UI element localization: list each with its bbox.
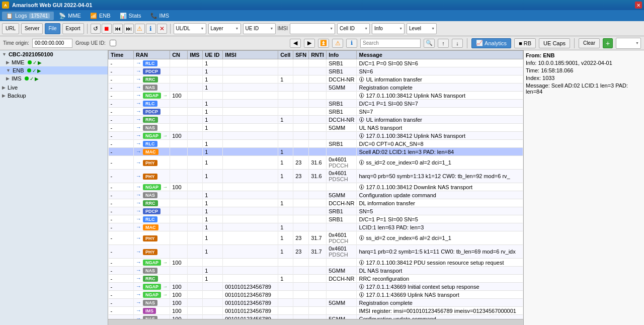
info-btn[interactable]: ℹ bbox=[146, 24, 156, 34]
info-text: 5GMM bbox=[329, 300, 345, 306]
cell-ueid bbox=[203, 299, 223, 307]
ue-caps-button[interactable]: UE Caps bbox=[539, 38, 570, 48]
sidebar-item-enb[interactable]: ▼ ENB ✓ ▶ bbox=[0, 66, 108, 74]
export-button[interactable]: Export bbox=[62, 23, 84, 34]
col-sfn: SFN bbox=[293, 51, 309, 59]
table-row[interactable]: - → RLC 1 SRB1 D/C=0 CPT=0 ACK_SN=8 bbox=[109, 140, 523, 148]
table-row[interactable]: - → NAS 100 001010123456789 5GMM Configu… bbox=[109, 315, 523, 319]
table-row[interactable]: - → RLC 1 SRB1 D/C=1 P=0 SI=00 SN=6 bbox=[109, 59, 523, 67]
sidebar-root[interactable]: ▼ CBC-2021050100 bbox=[0, 50, 108, 58]
ran-arrow-icon: → bbox=[136, 249, 141, 255]
level-select[interactable]: Level bbox=[407, 23, 437, 34]
sidebar-item-live[interactable]: ▶ Live bbox=[0, 84, 108, 92]
table-row[interactable]: - → NAS 1 5GMM UL NAS transport bbox=[109, 124, 523, 132]
next-icon-btn[interactable]: ⏭ bbox=[124, 24, 134, 34]
refresh-icon-btn[interactable]: ↺ bbox=[91, 24, 101, 34]
col-ran: RAN bbox=[134, 51, 170, 59]
cell-ran: → NGAP → bbox=[134, 291, 170, 299]
cell-ran: → RLC bbox=[134, 59, 170, 67]
cell-info bbox=[327, 132, 357, 140]
cellid-select[interactable]: Cell ID bbox=[337, 23, 370, 34]
ran-arrow-icon: → bbox=[136, 235, 141, 241]
nav-up-btn[interactable]: ↑ bbox=[438, 39, 449, 48]
search-input[interactable] bbox=[360, 39, 421, 48]
table-row[interactable]: - → NAS 1 5GMM Registration complete bbox=[109, 84, 523, 92]
horizontal-scrollbar[interactable] bbox=[108, 319, 523, 325]
table-row[interactable]: - → NAS 100 001010123456789 5GMM Registr… bbox=[109, 299, 523, 307]
log-table-container[interactable]: Time RAN CN IMS UE ID IMSI Cell SFN RNTI… bbox=[108, 50, 523, 319]
cell-cn: 100 bbox=[170, 283, 188, 291]
url-button[interactable]: URL bbox=[2, 23, 19, 34]
time-origin-input[interactable] bbox=[32, 39, 72, 48]
rb-button[interactable]: ■ RB bbox=[514, 38, 536, 48]
extra-select[interactable] bbox=[616, 38, 641, 49]
main-layout: ▼ CBC-2021050100 ▶ MME ✓ ▶ ▼ ENB ✓ ▶ ▶ I… bbox=[0, 50, 644, 325]
table-row[interactable]: - → MAC 1 1 Scell AD:02 LCID:1 len=3 PAD… bbox=[109, 148, 523, 156]
table-row[interactable]: - → NGAP → 100 🛈 127.0.1.100:38412 Downl… bbox=[109, 183, 523, 191]
cell-imsi bbox=[223, 215, 278, 223]
table-row[interactable]: - → NGAP → 100 🛈 127.0.1.100:38412 Uplin… bbox=[109, 92, 523, 100]
warning2-btn[interactable]: ⚠ bbox=[332, 39, 343, 48]
table-row[interactable]: - → RRC 1 1 DCCH-NR 🛈 UL information tra… bbox=[109, 75, 523, 84]
table-row[interactable]: - → IMS 100 001010123456789 IMSI registe… bbox=[109, 307, 523, 315]
cell-cell bbox=[278, 183, 293, 191]
table-row[interactable]: - → RRC 1 1 DCCH-NR 🛈 UL information tra… bbox=[109, 116, 523, 124]
prev-icon-btn[interactable]: ⏮ bbox=[113, 24, 123, 34]
close-filter-btn[interactable]: ✕ bbox=[157, 24, 167, 34]
table-row[interactable]: - → NAS 1 5GMM Configuration update comm… bbox=[109, 191, 523, 199]
warning-btn[interactable]: ⚠ bbox=[135, 24, 145, 34]
table-row[interactable]: - → PDCP 1 SRB1 SN=7 bbox=[109, 108, 523, 116]
cell-cell bbox=[278, 207, 293, 215]
imsi-select[interactable] bbox=[290, 23, 335, 34]
table-row[interactable]: - → PHY 1 1 23 31.6 0x4601 PDSCH harq=0 … bbox=[109, 170, 523, 183]
table-row[interactable]: - → RLC 1 SRB1 D/C=1 P=1 SI=00 SN=5 bbox=[109, 215, 523, 223]
mode-select[interactable]: UL/DL UL DL bbox=[174, 23, 206, 34]
cell-ueid: 1 bbox=[203, 223, 223, 231]
table-row[interactable]: - → PHY 1 1 23 31.7 0x4601 PDSCH harq=1 … bbox=[109, 245, 523, 259]
sidebar-item-ims[interactable]: ▶ IMS ✓ ▶ bbox=[0, 74, 108, 83]
table-row[interactable]: - → PHY 1 1 23 31.7 0x4601 PDCCH 🛈 ss_id… bbox=[109, 231, 523, 245]
menu-item-ims[interactable]: 📞 IMS bbox=[146, 12, 174, 20]
cell-ueid: 1 bbox=[203, 84, 223, 92]
cell-time: - bbox=[109, 299, 134, 307]
table-row[interactable]: - → RRC 1 1 DCCH-NR DL information trans… bbox=[109, 199, 523, 207]
table-row[interactable]: - → RLC 1 SRB1 D/C=1 P=1 SI=00 SN=7 bbox=[109, 100, 523, 108]
menu-item-mme[interactable]: 📡 MME bbox=[55, 12, 85, 20]
table-row[interactable]: - → RRC 1 1 DCCH-NR RRC reconfiguration bbox=[109, 275, 523, 283]
menu-item-stats[interactable]: 📊 Stats bbox=[116, 12, 145, 20]
table-row[interactable]: - → NAS 1 5GMM DL NAS transport bbox=[109, 267, 523, 275]
plus-button[interactable]: + bbox=[603, 38, 613, 48]
menu-item-logs[interactable]: 📋 Logs 175741 bbox=[2, 12, 54, 20]
sidebar-item-mme[interactable]: ▶ MME ✓ ▶ bbox=[0, 58, 108, 66]
stop-icon-btn[interactable]: ⏹ bbox=[102, 24, 112, 34]
table-row[interactable]: - → NGAP → 100 🛈 127.0.1.100:38412 Uplin… bbox=[109, 132, 523, 140]
file-button[interactable]: File bbox=[45, 23, 60, 34]
table-row[interactable]: - → PDCP 1 SRB1 SN=6 bbox=[109, 67, 523, 75]
info-select[interactable]: Info bbox=[372, 23, 405, 34]
nav-down-btn[interactable]: ↓ bbox=[452, 39, 463, 48]
server-button[interactable]: Server bbox=[21, 23, 43, 34]
info-text: 0x4601 bbox=[329, 232, 347, 238]
search-icon-btn[interactable]: 🔍 bbox=[424, 39, 435, 48]
sidebar-item-backup[interactable]: ▶ Backup bbox=[0, 92, 108, 100]
analytics-button[interactable]: 📈 Analytics bbox=[471, 38, 511, 48]
close-icon[interactable]: ✕ bbox=[635, 2, 642, 9]
table-row[interactable]: - → NGAP → 100 001010123456789 🛈 127.0.1… bbox=[109, 291, 523, 299]
proto-badge: NGAP bbox=[143, 133, 161, 139]
ueid-select[interactable]: UE ID bbox=[243, 23, 276, 34]
info2-btn[interactable]: ℹ bbox=[346, 39, 357, 48]
cell-message: Configuration update command bbox=[357, 191, 523, 199]
scroll-left-btn[interactable]: ◀ bbox=[290, 39, 301, 48]
table-row[interactable]: - → PDCP 1 SRB1 SN=5 bbox=[109, 207, 523, 215]
table-row[interactable]: - → NGAP → 100 🛈 127.0.1.100:38412 PDU s… bbox=[109, 259, 523, 267]
group-ue-id-checkbox[interactable] bbox=[110, 40, 116, 46]
menu-item-enb[interactable]: 📶 ENB bbox=[86, 12, 115, 20]
table-row[interactable]: - → MAC 1 1 LCID:1 len=63 PAD: len=3 bbox=[109, 223, 523, 231]
table-row[interactable]: - → NGAP → 100 001010123456789 🛈 127.0.1… bbox=[109, 283, 523, 291]
table-row[interactable]: - → PHY 1 1 23 31.6 0x4601 PDCCH 🛈 ss_id… bbox=[109, 156, 523, 170]
go-top-btn[interactable]: ⏫ bbox=[318, 39, 329, 48]
cell-ran: → PDCP bbox=[134, 108, 170, 116]
layer-select[interactable]: Layer bbox=[208, 23, 241, 34]
scroll-right-btn[interactable]: ▶ bbox=[304, 39, 315, 48]
clear-button[interactable]: Clear bbox=[579, 38, 600, 48]
